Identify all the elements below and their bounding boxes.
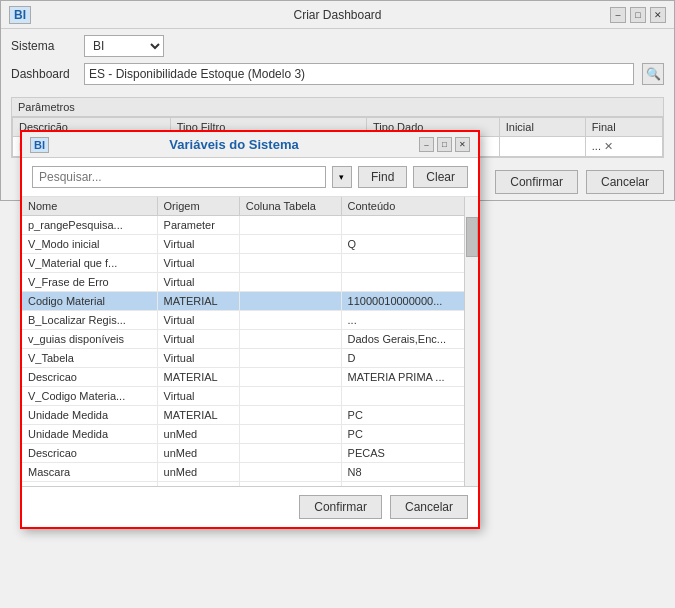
dots-button[interactable]: ... xyxy=(592,140,601,152)
table-row[interactable]: B_Localizar Regis... Virtual ... xyxy=(22,311,478,330)
cell-inicial xyxy=(499,137,585,157)
cell-coluna xyxy=(239,482,341,488)
scrollbar-thumb[interactable] xyxy=(466,217,478,257)
cell-coluna xyxy=(239,463,341,482)
cell-coluna xyxy=(239,311,341,330)
cell-nome: Unidade Medida xyxy=(22,425,157,444)
cell-conteudo: N8 xyxy=(341,463,477,482)
cancelar-button[interactable]: Cancelar xyxy=(586,170,664,194)
col-final: Final xyxy=(585,118,662,137)
cell-conteudo xyxy=(341,254,477,273)
table-row[interactable]: Unidade Medida MATERIAL PC xyxy=(22,406,478,425)
cell-nome: Descricao xyxy=(22,444,157,463)
cell-coluna xyxy=(239,349,341,368)
cell-nome: v_guias disponíveis xyxy=(22,330,157,349)
cell-origem: Virtual xyxy=(157,311,239,330)
cell-nome: V_Modo inicial xyxy=(22,235,157,254)
dashboard-input[interactable] xyxy=(84,63,634,85)
modal-maximize-button[interactable]: □ xyxy=(437,137,452,152)
cell-nome: Descricao xyxy=(22,368,157,387)
modal-confirmar-button[interactable]: Confirmar xyxy=(299,495,382,519)
modal-search-input[interactable] xyxy=(32,166,326,188)
confirmar-button[interactable]: Confirmar xyxy=(495,170,578,194)
table-row[interactable]: V_Tabela Virtual D xyxy=(22,349,478,368)
dashboard-row: Dashboard 🔍 xyxy=(11,63,664,85)
sistema-row: Sistema BI xyxy=(11,35,664,57)
col-inicial: Inicial xyxy=(499,118,585,137)
table-row[interactable]: Mascara unMed N8 xyxy=(22,463,478,482)
modal-minimize-button[interactable]: – xyxy=(419,137,434,152)
scrollbar-track[interactable] xyxy=(464,197,478,486)
cell-conteudo xyxy=(341,273,477,292)
table-row[interactable]: V_Codigo Materia... Virtual xyxy=(22,387,478,406)
cell-conteudo: MATERIA PRIMA ... xyxy=(341,368,477,387)
maximize-button[interactable]: □ xyxy=(630,7,646,23)
table-row[interactable]: v_guias disponíveis Virtual Dados Gerais… xyxy=(22,330,478,349)
clear-cell-button[interactable]: ✕ xyxy=(604,140,613,152)
cell-origem: Virtual xyxy=(157,273,239,292)
cell-coluna xyxy=(239,216,341,235)
modal-header-row: Nome Origem Coluna Tabela Conteúdo xyxy=(22,197,478,216)
clear-button[interactable]: Clear xyxy=(413,166,468,188)
table-row[interactable]: Unidade Medida unMed PC xyxy=(22,425,478,444)
table-row[interactable]: Codigo Material MATERIAL 11000010000000.… xyxy=(22,292,478,311)
modal-col-origem: Origem xyxy=(157,197,239,216)
cell-conteudo xyxy=(341,216,477,235)
cell-coluna xyxy=(239,444,341,463)
cell-conteudo: Dados Gerais,Enc... xyxy=(341,330,477,349)
sistema-label: Sistema xyxy=(11,39,76,53)
table-row[interactable]: Descricao MATERIAL MATERIA PRIMA ... xyxy=(22,368,478,387)
cell-origem: unMed xyxy=(157,425,239,444)
app-logo: BI xyxy=(9,6,31,24)
cell-nome: V_Codigo Materia... xyxy=(22,387,157,406)
main-title-bar: BI Criar Dashboard – □ ✕ xyxy=(1,1,674,29)
cell-conteudo: PECAS xyxy=(341,444,477,463)
cell-nome: V_Frase de Erro xyxy=(22,273,157,292)
close-button[interactable]: ✕ xyxy=(650,7,666,23)
modal-variaveis: BI Variáveis do Sistema – □ ✕ ▾ Find Cle… xyxy=(20,130,480,529)
cell-final: ... ✕ xyxy=(585,137,662,157)
cell-conteudo: Q xyxy=(341,235,477,254)
modal-col-conteudo: Conteúdo xyxy=(341,197,477,216)
minimize-button[interactable]: – xyxy=(610,7,626,23)
cell-coluna xyxy=(239,273,341,292)
cell-nome: Mascara xyxy=(22,463,157,482)
modal-cancelar-button[interactable]: Cancelar xyxy=(390,495,468,519)
cell-coluna xyxy=(239,292,341,311)
cell-conteudo: PC xyxy=(341,406,477,425)
cell-origem: Virtual xyxy=(157,482,239,488)
cell-origem: MATERIAL xyxy=(157,292,239,311)
cell-origem: Virtual xyxy=(157,254,239,273)
sistema-select[interactable]: BI xyxy=(84,35,164,57)
cell-nome: p_rangePesquisa... xyxy=(22,216,157,235)
table-row[interactable]: p_rangePesquisa... Parameter xyxy=(22,216,478,235)
cell-origem: unMed xyxy=(157,444,239,463)
cell-conteudo: D xyxy=(341,349,477,368)
modal-search-dropdown[interactable]: ▾ xyxy=(332,166,352,188)
modal-table-container: Nome Origem Coluna Tabela Conteúdo p_ran… xyxy=(22,197,478,487)
table-row[interactable]: V_Frase de Erro Virtual xyxy=(22,273,478,292)
modal-table: Nome Origem Coluna Tabela Conteúdo p_ran… xyxy=(22,197,478,487)
main-window-title: Criar Dashboard xyxy=(293,8,381,22)
cell-origem: MATERIAL xyxy=(157,406,239,425)
cell-coluna xyxy=(239,387,341,406)
cell-origem: MATERIAL xyxy=(157,368,239,387)
table-row[interactable]: V_Modo inicial Virtual Q xyxy=(22,235,478,254)
cell-coluna xyxy=(239,368,341,387)
table-row[interactable]: Descricao unMed PECAS xyxy=(22,444,478,463)
modal-buttons: Confirmar Cancelar xyxy=(22,487,478,527)
cell-nome: V_Material que f... xyxy=(22,254,157,273)
find-button[interactable]: Find xyxy=(358,166,407,188)
modal-close-button[interactable]: ✕ xyxy=(455,137,470,152)
cell-conteudo: I xyxy=(341,482,477,488)
dashboard-label: Dashboard xyxy=(11,67,76,81)
modal-logo: BI xyxy=(30,137,49,153)
cell-coluna xyxy=(239,254,341,273)
modal-col-coluna: Coluna Tabela xyxy=(239,197,341,216)
dashboard-search-button[interactable]: 🔍 xyxy=(642,63,664,85)
cell-nome: B_Localizar Regis... xyxy=(22,311,157,330)
cell-coluna xyxy=(239,425,341,444)
table-row[interactable]: A_Tipo Virtual I xyxy=(22,482,478,488)
table-row[interactable]: V_Material que f... Virtual xyxy=(22,254,478,273)
cell-coluna xyxy=(239,406,341,425)
